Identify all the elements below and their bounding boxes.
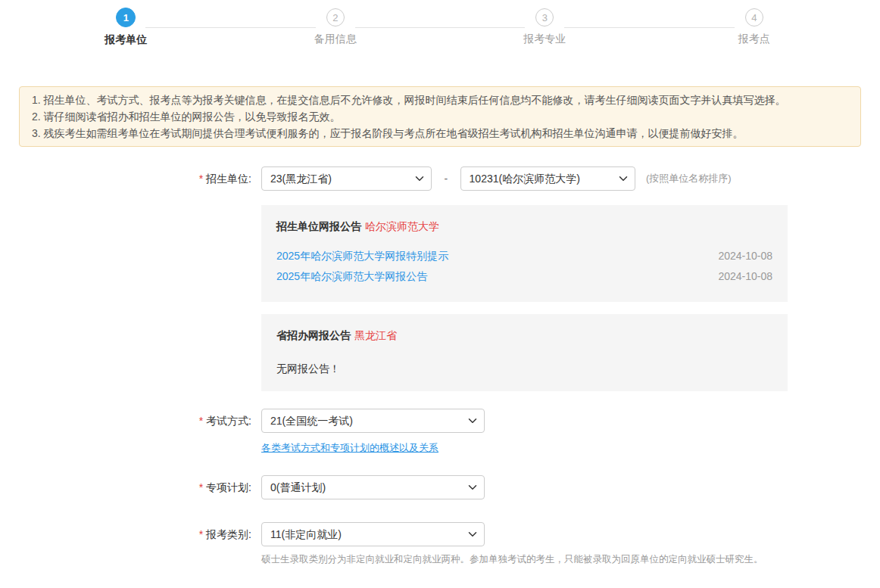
step-3-circle: 3	[535, 8, 554, 26]
announcement-date: 2024-10-08	[718, 266, 772, 287]
province-announcement-panel: 省招办网报公告黑龙江省 无网报公告！	[261, 314, 788, 391]
step-4-label: 报考点	[738, 33, 770, 46]
required-asterisk: *	[199, 415, 203, 427]
exam-mode-row: *考试方式: 21(全国统一考试)	[0, 409, 880, 433]
exam-mode-help-link[interactable]: 各类考试方式和专项计划的概述以及关系	[261, 442, 438, 453]
exam-mode-help-row: 各类考试方式和专项计划的概述以及关系	[0, 440, 880, 455]
step-4-exam-site: 4 报考点	[650, 7, 860, 47]
announcement-link-online-notice[interactable]: 2025年哈尔滨师范大学网报公告	[276, 266, 427, 287]
step-4-circle: 4	[745, 8, 763, 26]
notice-line-2: 2. 请仔细阅读省招办和招生单位的网报公告，以免导致报名无效。	[32, 108, 848, 125]
step-2-backup-info: 2 备用信息	[231, 7, 441, 47]
admission-unit-select[interactable]: 10231(哈尔滨师范大学)	[460, 166, 635, 191]
unit-select-wrap: 10231(哈尔滨师范大学)	[460, 166, 635, 191]
notice-line-1: 1. 招生单位、考试方式、报考点等为报考关键信息，在提交信息后不允许修改，网报时…	[32, 92, 848, 108]
admission-unit-row: *招生单位: 23(黑龙江省) - 10231(哈尔滨师范大学) (按照单位名称…	[0, 166, 880, 191]
exam-mode-label: *考试方式:	[0, 409, 251, 433]
unit-announcement-title: 招生单位网报公告哈尔滨师范大学	[276, 220, 772, 234]
notice-line-3: 3. 残疾考生如需组考单位在考试期间提供合理考试便利服务的，应于报名阶段与考点所…	[32, 125, 848, 142]
announcement-list: 2025年哈尔滨师范大学网报特别提示 2024-10-08 2025年哈尔滨师范…	[276, 246, 772, 287]
separator-dash: -	[444, 173, 448, 185]
province-name-highlight: 黑龙江省	[354, 329, 397, 341]
stepper: 1 报考单位 2 备用信息 3 报考专业 4 报考点	[0, 0, 880, 47]
announcement-link-special-tips[interactable]: 2025年哈尔滨师范大学网报特别提示	[276, 246, 448, 266]
province-select[interactable]: 23(黑龙江省)	[261, 166, 432, 191]
step-3-major: 3 报考专业	[440, 7, 650, 47]
special-plan-select-wrap: 0(普通计划)	[261, 475, 485, 499]
category-label: *报考类别:	[0, 522, 251, 546]
step-2-circle: 2	[326, 8, 345, 26]
exam-mode-select[interactable]: 21(全国统一考试)	[261, 409, 485, 433]
step-2-label: 备用信息	[314, 33, 357, 46]
unit-name-highlight: 哈尔滨师范大学	[365, 220, 439, 232]
special-plan-label: *专项计划:	[0, 475, 251, 499]
unit-sort-hint: (按照单位名称排序)	[646, 173, 732, 184]
step-1-label: 报考单位	[105, 33, 147, 47]
list-item: 2025年哈尔滨师范大学网报公告 2024-10-08	[276, 266, 772, 287]
special-plan-select[interactable]: 0(普通计划)	[261, 475, 485, 499]
notice-box: 1. 招生单位、考试方式、报考点等为报考关键信息，在提交信息后不允许修改，网报时…	[19, 86, 861, 147]
category-note: 硕士生录取类别分为非定向就业和定向就业两种。参加单独考试的考生，只能被录取为回原…	[0, 553, 880, 566]
step-1-circle: 1	[116, 8, 136, 27]
step-3-label: 报考专业	[523, 33, 566, 46]
province-select-wrap: 23(黑龙江省)	[261, 166, 432, 191]
unit-announcement-panel: 招生单位网报公告哈尔滨师范大学 2025年哈尔滨师范大学网报特别提示 2024-…	[261, 205, 788, 302]
category-select-wrap: 11(非定向就业)	[261, 522, 485, 546]
no-announcement-text: 无网报公告！	[276, 362, 772, 376]
list-item: 2025年哈尔滨师范大学网报特别提示 2024-10-08	[276, 246, 772, 266]
required-asterisk: *	[199, 173, 203, 185]
category-select[interactable]: 11(非定向就业)	[261, 522, 485, 546]
admission-unit-label: *招生单位:	[0, 166, 251, 191]
province-announcement-title: 省招办网报公告黑龙江省	[276, 329, 772, 343]
required-asterisk: *	[199, 481, 203, 493]
step-1-unit: 1 报考单位	[21, 7, 231, 47]
special-plan-row: *专项计划: 0(普通计划)	[0, 475, 880, 499]
category-row: *报考类别: 11(非定向就业)	[0, 522, 880, 546]
announcement-date: 2024-10-08	[718, 246, 772, 266]
required-asterisk: *	[199, 528, 203, 540]
exam-mode-select-wrap: 21(全国统一考试)	[261, 409, 485, 433]
